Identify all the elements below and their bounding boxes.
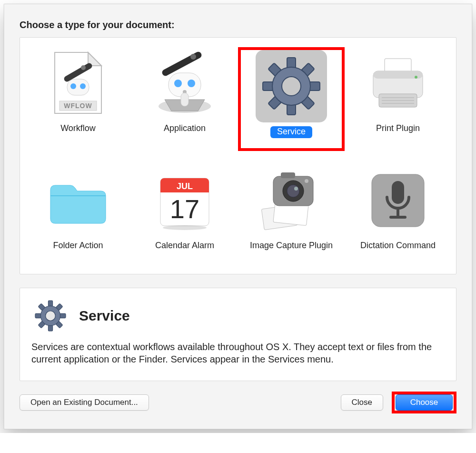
printer-icon bbox=[362, 47, 434, 120]
svg-point-2 bbox=[70, 83, 76, 89]
type-label: Dictation Command bbox=[360, 241, 436, 262]
gear-icon bbox=[256, 50, 327, 122]
svg-point-35 bbox=[163, 225, 207, 230]
footer: Open an Existing Document... Close Choos… bbox=[20, 392, 456, 413]
cal-month-text: JUL bbox=[177, 181, 193, 191]
svg-rect-13 bbox=[181, 93, 188, 106]
wflow-tag-text: WFLOW bbox=[64, 102, 92, 110]
microphone-icon bbox=[362, 164, 434, 237]
detail-panel: Service Services are contextual workflow… bbox=[20, 288, 456, 381]
type-label: Folder Action bbox=[53, 241, 103, 262]
svg-rect-49 bbox=[48, 325, 52, 331]
type-label: Image Capture Plugin bbox=[250, 241, 333, 262]
workflow-document-icon: WFLOW bbox=[42, 47, 114, 120]
detail-title: Service bbox=[79, 308, 130, 324]
type-service[interactable]: Service bbox=[238, 47, 345, 151]
svg-rect-1 bbox=[67, 79, 89, 95]
svg-rect-39 bbox=[281, 172, 295, 178]
cal-day-text: 17 bbox=[170, 194, 199, 224]
svg-rect-45 bbox=[392, 181, 404, 204]
type-label: Application bbox=[164, 123, 206, 145]
type-label: Print Plugin bbox=[376, 123, 420, 145]
folder-icon bbox=[42, 164, 114, 237]
type-dictation-command[interactable]: Dictation Command bbox=[345, 164, 451, 262]
svg-point-5 bbox=[81, 65, 86, 70]
close-button[interactable]: Close bbox=[341, 394, 383, 411]
type-label: Service bbox=[270, 126, 312, 148]
type-folder-action[interactable]: Folder Action bbox=[25, 164, 131, 262]
svg-rect-50 bbox=[35, 313, 41, 318]
type-grid: WFLOW Workflow bbox=[20, 37, 456, 274]
svg-point-23 bbox=[282, 77, 301, 96]
type-label: Calendar Alarm bbox=[155, 241, 214, 262]
svg-rect-24 bbox=[385, 59, 411, 72]
template-chooser-window: Choose a type for your document: WFLOW bbox=[4, 4, 472, 429]
detail-description: Services are contextual workflows availa… bbox=[31, 341, 445, 365]
svg-point-57 bbox=[46, 311, 56, 321]
svg-point-31 bbox=[415, 76, 417, 79]
svg-point-8 bbox=[174, 80, 182, 87]
svg-point-3 bbox=[80, 83, 86, 89]
automator-robot-icon bbox=[149, 47, 220, 120]
type-image-capture-plugin[interactable]: Image Capture Plugin bbox=[238, 164, 345, 262]
svg-point-9 bbox=[188, 80, 195, 87]
gear-icon bbox=[31, 297, 69, 335]
calendar-icon: JUL 17 bbox=[149, 164, 220, 237]
svg-point-12 bbox=[190, 54, 196, 60]
type-calendar-alarm[interactable]: JUL 17 Calendar Alarm bbox=[131, 164, 238, 262]
camera-photos-icon bbox=[256, 164, 327, 237]
choose-button[interactable]: Choose bbox=[396, 394, 453, 411]
type-application[interactable]: Application bbox=[131, 47, 238, 151]
svg-point-42 bbox=[294, 187, 298, 191]
svg-rect-48 bbox=[48, 301, 52, 307]
svg-rect-51 bbox=[60, 313, 66, 318]
type-label: Workflow bbox=[60, 123, 96, 145]
svg-point-43 bbox=[305, 179, 308, 183]
choose-highlight: Choose bbox=[392, 392, 456, 413]
heading: Choose a type for your document: bbox=[20, 20, 456, 30]
type-print-plugin[interactable]: Print Plugin bbox=[345, 47, 451, 151]
open-existing-button[interactable]: Open an Existing Document... bbox=[20, 394, 149, 411]
type-workflow[interactable]: WFLOW Workflow bbox=[25, 47, 131, 151]
svg-point-41 bbox=[287, 185, 299, 197]
